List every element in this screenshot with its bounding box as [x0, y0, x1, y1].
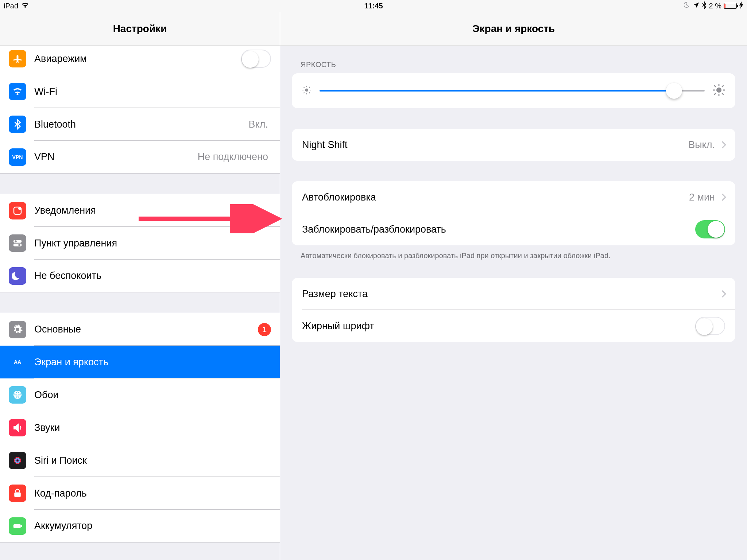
svg-line-35 [722, 85, 724, 87]
nightshift-row[interactable]: Night Shift Выкл. [292, 129, 735, 161]
svg-point-27 [716, 88, 721, 93]
chevron-right-icon [719, 141, 726, 148]
siri-icon [9, 452, 26, 469]
brightness-high-icon [713, 84, 725, 98]
bluetooth-icon [9, 116, 26, 133]
sounds-icon [9, 419, 26, 436]
chevron-right-icon [719, 290, 726, 298]
svg-point-1 [18, 207, 22, 210]
notifications-icon [9, 202, 26, 219]
autolock-row[interactable]: Автоблокировка 2 мин [292, 181, 735, 213]
svg-rect-17 [21, 525, 22, 527]
sidebar-item-dnd[interactable]: Не беспокоить [0, 260, 280, 292]
boldtext-switch[interactable] [695, 317, 725, 335]
sidebar-item-label: VPN [34, 151, 198, 163]
sidebar-item-notifications[interactable]: Уведомления [0, 194, 280, 227]
lockunlock-switch[interactable] [695, 220, 725, 238]
detail-pane: Экран и яркость Яркость Night Shift Выкл… [280, 12, 747, 560]
brightness-slider[interactable] [320, 90, 705, 92]
badge: 1 [258, 323, 271, 336]
sidebar-item-controlcenter[interactable]: Пункт управления [0, 227, 280, 260]
vpn-icon: VPN [9, 148, 26, 166]
svg-point-7 [17, 394, 19, 396]
sidebar-item-label: Экран и яркость [34, 357, 271, 368]
textsize-row[interactable]: Размер текста [292, 278, 735, 310]
sidebar-item-sounds[interactable]: Звуки [0, 411, 280, 444]
sidebar-item-siri[interactable]: Siri и Поиск [0, 444, 280, 477]
boldtext-label: Жирный шрифт [302, 320, 695, 332]
device-name: iPad [4, 2, 18, 10]
wifi-icon [21, 2, 29, 10]
lockunlock-row: Заблокировать/разблокировать [292, 213, 735, 245]
svg-line-32 [714, 85, 716, 87]
sidebar-item-display[interactable]: AAЭкран и яркость [0, 346, 280, 378]
sidebar-item-label: Siri и Поиск [34, 455, 271, 466]
sidebar-item-label: Код-пароль [34, 488, 271, 499]
charging-icon [739, 1, 743, 11]
status-bar: iPad 11:45 2 % [0, 0, 747, 12]
autolock-value: 2 мин [689, 192, 715, 203]
sidebar-item-label: Не беспокоить [34, 270, 271, 281]
svg-point-3 [15, 240, 17, 242]
dnd-icon [9, 267, 26, 285]
svg-line-25 [303, 93, 304, 93]
sidebar-item-label: Пункт управления [34, 238, 271, 249]
lockunlock-note: Автоматически блокировать и разблокирова… [292, 245, 735, 261]
brightness-group [292, 73, 735, 108]
sidebar-item-label: Основные [34, 324, 258, 335]
svg-point-5 [18, 244, 20, 246]
sidebar-item-wifi[interactable]: Wi-Fi [0, 75, 280, 108]
svg-point-18 [305, 89, 309, 92]
sidebar-item-label: Авиарежим [34, 53, 241, 65]
sidebar-item-passcode[interactable]: Код-пароль [0, 477, 280, 510]
svg-line-23 [303, 87, 304, 88]
sidebar-item-label: Уведомления [34, 205, 271, 216]
sidebar-title: Настройки [0, 12, 280, 46]
passcode-icon [9, 485, 26, 502]
battery-pct: 2 % [709, 2, 721, 10]
controlcenter-icon [9, 234, 26, 252]
lockunlock-label: Заблокировать/разблокировать [302, 224, 695, 235]
brightness-header: Яркость [301, 61, 735, 69]
battery-icon [9, 517, 26, 535]
sidebar-item-label: Аккумулятор [34, 520, 271, 532]
sidebar-item-label: Обои [34, 389, 271, 401]
autolock-label: Автоблокировка [302, 192, 689, 203]
general-icon [9, 321, 26, 338]
nightshift-value: Выкл. [688, 139, 715, 151]
airplane-switch[interactable] [241, 50, 271, 68]
svg-line-26 [309, 87, 310, 88]
sidebar-item-label: Bluetooth [34, 119, 249, 130]
svg-rect-4 [13, 244, 22, 246]
svg-rect-16 [13, 524, 21, 528]
clock: 11:45 [0, 2, 747, 10]
battery-icon [724, 3, 737, 9]
wallpaper-icon [9, 386, 26, 404]
sidebar-item-general[interactable]: Основные1 [0, 313, 280, 346]
sidebar-item-label: Wi-Fi [34, 86, 271, 97]
detail-title: Экран и яркость [280, 12, 747, 46]
chevron-right-icon [719, 194, 726, 201]
bluetooth-icon [702, 1, 707, 11]
sidebar-item-bluetooth[interactable]: BluetoothВкл. [0, 108, 280, 141]
display-icon: AA [9, 353, 26, 371]
wifi-icon [9, 83, 26, 100]
svg-line-34 [714, 93, 716, 95]
sidebar-item-battery[interactable]: Аккумулятор [0, 510, 280, 542]
sidebar-item-vpn[interactable]: VPNVPNНе подключено [0, 141, 280, 174]
moon-icon [684, 2, 691, 10]
svg-line-33 [722, 93, 724, 95]
boldtext-row: Жирный шрифт [292, 310, 735, 342]
brightness-low-icon [302, 85, 311, 96]
sidebar-item-value: Вкл. [249, 119, 268, 130]
sidebar: Настройки АвиарежимWi-FiBluetoothВкл.VPN… [0, 12, 280, 560]
sidebar-item-value: Не подключено [198, 151, 268, 163]
sidebar-item-airplane[interactable]: Авиарежим [0, 46, 280, 75]
svg-rect-15 [14, 493, 21, 497]
airplane-icon [9, 50, 26, 67]
textsize-label: Размер текста [302, 288, 720, 300]
sidebar-item-wallpaper[interactable]: Обои [0, 378, 280, 411]
location-icon [693, 2, 700, 10]
svg-line-24 [309, 93, 310, 93]
sidebar-item-label: Звуки [34, 422, 271, 433]
